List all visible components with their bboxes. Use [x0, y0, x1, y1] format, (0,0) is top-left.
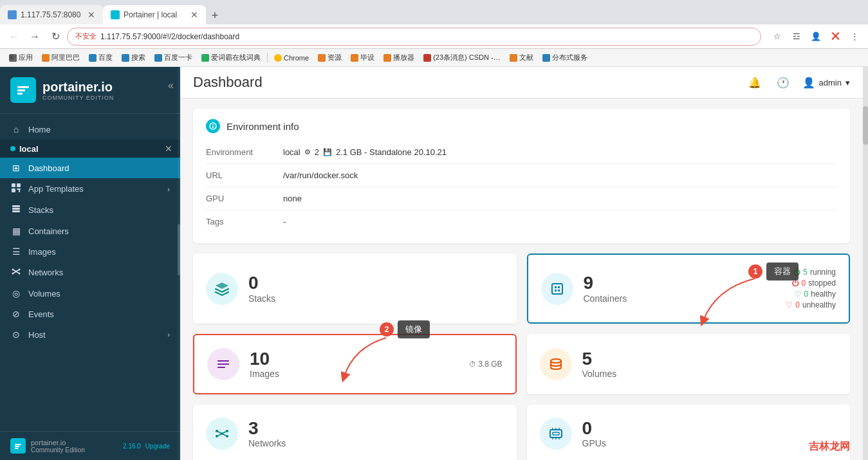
svg-rect-3	[12, 183, 15, 187]
bookmark-csdn-label: (23条消息) CSDN -…	[433, 53, 501, 62]
sidebar-item-app-templates-label: App Templates	[28, 184, 84, 194]
footer-upgrade-link[interactable]: Upgrade	[145, 443, 170, 450]
sidebar-item-dashboard-label: Dashboard	[28, 163, 69, 173]
stat-card-images[interactable]: 10 Images ⏱ 3.8 GB	[193, 334, 517, 394]
sidebar-item-app-templates[interactable]: App Templates ›	[0, 178, 180, 199]
host-arrow: ›	[167, 331, 170, 338]
menu-button[interactable]: ⋮	[846, 28, 863, 45]
bookmark-csdn[interactable]: (23条消息) CSDN -…	[420, 51, 504, 64]
env-close-button[interactable]: ✕	[165, 143, 172, 154]
sidebar-item-events[interactable]: ⊘ Events	[0, 304, 180, 324]
unhealthy-count: 0	[795, 300, 800, 309]
right-scrollbar-thumb	[863, 106, 868, 145]
right-scrollbar[interactable]	[863, 67, 868, 460]
stat-card-networks[interactable]: 3 Networks	[193, 405, 517, 460]
sidebar-item-images[interactable]: ☰ Images	[0, 241, 180, 262]
watermark: 吉林龙网	[809, 440, 850, 454]
sidebar-item-host[interactable]: ⊙ Host ›	[0, 324, 180, 345]
bookmark-alibaba[interactable]: 阿里巴巴	[38, 51, 84, 64]
address-bar[interactable]: 不安全 1.117.75.57:9000/#!/2/docker/dashboa…	[67, 28, 761, 46]
tab-1[interactable]: 1.117.75.57:8080 ✕	[0, 5, 103, 24]
containers-icon: ▦	[10, 226, 22, 236]
volumes-label: Volumes	[582, 369, 838, 379]
containers-details: ⏻ 5 running ⏻ 0 stopped ♡ 0	[786, 268, 836, 309]
bookmark-baidu-card-label: 百度一卡	[164, 53, 192, 62]
tab-2[interactable]: Portainer | local ✕	[103, 5, 206, 24]
new-tab-button[interactable]: +	[206, 6, 224, 24]
stat-card-stacks[interactable]: 0 Stacks	[193, 253, 517, 324]
extension-button[interactable]: 🞫	[827, 28, 844, 45]
sidebar-item-home[interactable]: ⌂ Home	[0, 119, 180, 140]
bookmark-apps-label: 应用	[19, 53, 33, 62]
svg-rect-4	[17, 183, 21, 187]
bookmark-player-label: 播放器	[393, 53, 414, 62]
sidebar: portainer.io COMMUNITY EDITION « ⌂ Home …	[0, 67, 180, 460]
profile-button[interactable]: 👤	[808, 28, 824, 45]
running-label: running	[810, 268, 836, 277]
sidebar-item-networks-label: Networks	[28, 268, 63, 277]
footer-logo-icon	[10, 438, 26, 454]
username: admin	[819, 78, 842, 87]
bookmark-dict-label: 爱词霸在线词典	[211, 53, 261, 62]
stat-card-containers[interactable]: 9 Containers ⏻ 5 running ⏻ 0	[527, 253, 851, 324]
bookmark-apps[interactable]: ⊞ 应用	[5, 51, 37, 64]
sidebar-item-networks[interactable]: Networks	[0, 262, 180, 283]
history-button[interactable]: ☲	[788, 28, 805, 45]
svg-rect-21	[15, 446, 19, 447]
sidebar-item-volumes[interactable]: ◎ Volumes	[0, 283, 180, 304]
bookmark-dict[interactable]: 爱词霸在线词典	[198, 51, 264, 64]
bookmark-bise[interactable]: 毕设	[347, 51, 378, 64]
bookmark-favicon-bise	[351, 54, 358, 62]
svg-rect-2	[17, 93, 23, 95]
refresh-button[interactable]: ↻	[46, 28, 64, 46]
bookmark-distributed[interactable]: 分布式服务	[539, 51, 591, 64]
bookmark-sep1	[267, 53, 268, 63]
sidebar-item-containers[interactable]: ▦ Containers	[0, 221, 180, 241]
bookmark-search[interactable]: 搜索	[118, 51, 149, 64]
stats-grid: 0 Stacks	[193, 253, 850, 460]
svg-rect-0	[17, 86, 29, 88]
bookmark-player[interactable]: 播放器	[380, 51, 418, 64]
svg-rect-20	[15, 444, 21, 445]
user-menu[interactable]: 👤 admin ▾	[802, 77, 850, 89]
svg-rect-26	[552, 284, 562, 294]
stat-card-gpus[interactable]: 0 GPUs	[527, 405, 851, 460]
images-size: ⏱ 3.8 GB	[469, 360, 503, 369]
tab1-close[interactable]: ✕	[88, 10, 95, 19]
sidebar-item-volumes-label: Volumes	[28, 289, 60, 299]
svg-rect-45	[553, 432, 559, 435]
clock-icon[interactable]: 🕐	[774, 73, 792, 91]
sidebar-item-dashboard[interactable]: ⊞ Dashboard	[0, 158, 180, 178]
browser-chrome: 1.117.75.57:8080 ✕ Portainer | local ✕ +…	[0, 0, 868, 67]
main-header: Dashboard 🔔 🕐 👤 admin ▾	[180, 67, 863, 98]
networks-count: 3	[248, 419, 504, 439]
back-button[interactable]: ←	[5, 28, 23, 46]
page-title: Dashboard	[193, 74, 263, 91]
bookmark-baidu-card[interactable]: 百度一卡	[151, 51, 196, 64]
bookmark-favicon-resources	[318, 54, 326, 62]
tab2-close[interactable]: ✕	[190, 10, 198, 19]
gpus-stat-info: 0 GPUs	[582, 419, 838, 449]
svg-rect-29	[555, 290, 557, 291]
unhealthy-label: unhealthy	[802, 300, 836, 309]
sidebar-item-stacks[interactable]: Stacks	[0, 199, 180, 221]
svg-line-40	[217, 431, 222, 434]
bookmark-literature[interactable]: 文献	[506, 51, 537, 64]
sidebar-collapse-button[interactable]: «	[168, 80, 174, 91]
notifications-icon[interactable]: 🔔	[746, 73, 764, 91]
tab2-label: Portainer | local	[124, 10, 177, 19]
bookmark-resources[interactable]: 资源	[314, 51, 346, 64]
networks-icon	[10, 267, 22, 278]
stat-card-volumes[interactable]: 5 Volumes	[527, 334, 851, 394]
env-value-tags: -	[283, 217, 286, 226]
stopped-label: stopped	[808, 279, 836, 288]
user-icon: 👤	[802, 77, 815, 89]
bookmark-chrome[interactable]: Chrome	[270, 53, 313, 63]
footer-version[interactable]: 2.16.0 Upgrade	[123, 443, 170, 450]
star-button[interactable]: ☆	[769, 28, 786, 45]
security-warning: 不安全	[75, 32, 97, 41]
env-cpu-count: 2	[315, 147, 319, 157]
images-stat-icon	[207, 348, 239, 380]
bookmark-baidu[interactable]: 百度	[85, 51, 116, 64]
forward-button[interactable]: →	[26, 28, 44, 46]
